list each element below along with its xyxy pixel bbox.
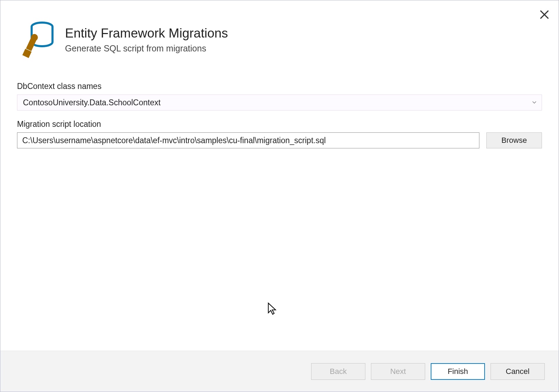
dialog-subtitle: Generate SQL script from migrations xyxy=(65,43,228,54)
next-button: Next xyxy=(371,363,425,380)
dialog-header: Entity Framework Migrations Generate SQL… xyxy=(0,0,559,73)
back-button: Back xyxy=(311,363,365,380)
header-text: Entity Framework Migrations Generate SQL… xyxy=(65,26,228,54)
finish-button[interactable]: Finish xyxy=(431,363,485,380)
browse-button[interactable]: Browse xyxy=(486,132,542,148)
location-row: Browse xyxy=(17,132,542,148)
dbcontext-label: DbContext class names xyxy=(17,82,542,91)
close-button[interactable] xyxy=(540,10,549,19)
close-icon xyxy=(540,10,549,19)
migrations-icon xyxy=(17,21,55,59)
dialog-title: Entity Framework Migrations xyxy=(65,26,228,41)
dialog-body: DbContext class names ContosoUniversity.… xyxy=(0,73,559,351)
cancel-button[interactable]: Cancel xyxy=(491,363,545,380)
dbcontext-value: ContosoUniversity.Data.SchoolContext xyxy=(23,98,161,107)
dbcontext-combobox[interactable]: ContosoUniversity.Data.SchoolContext xyxy=(17,95,542,111)
location-input[interactable] xyxy=(17,132,479,148)
chevron-down-icon xyxy=(532,101,537,104)
migrations-dialog: Entity Framework Migrations Generate SQL… xyxy=(0,0,559,392)
location-label: Migration script location xyxy=(17,120,542,129)
dialog-footer: Back Next Finish Cancel xyxy=(0,351,559,392)
